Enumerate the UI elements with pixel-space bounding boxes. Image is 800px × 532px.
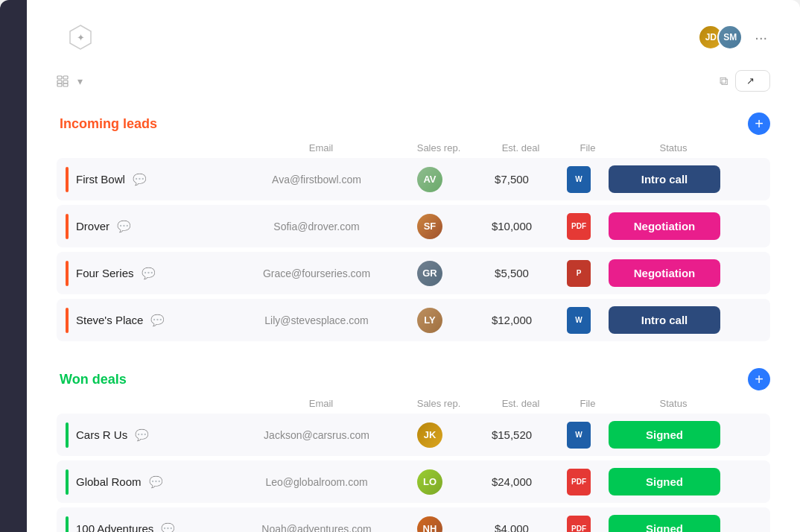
- file-badge[interactable]: PDF: [567, 516, 591, 533]
- row-file-cell: W: [553, 307, 605, 334]
- table-row[interactable]: Steve's Place💬Lily@stevesplace.comLY$12,…: [57, 299, 770, 341]
- row-email-cell: Ava@firstbowl.com: [244, 174, 389, 186]
- column-header: Sales rep.: [398, 398, 480, 409]
- rep-avatar: GR: [417, 261, 442, 286]
- page-header: ✦ JD SM ···: [57, 22, 770, 52]
- file-badge[interactable]: PDF: [567, 469, 591, 495]
- row-deal-cell: $4,000: [471, 522, 553, 532]
- row-name-cell: Steve's Place💬: [66, 308, 244, 333]
- status-badge[interactable]: Signed: [609, 515, 720, 532]
- more-options-button[interactable]: ···: [752, 26, 770, 49]
- table-row[interactable]: Four Series💬Grace@fourseries.comGR$5,500…: [57, 252, 770, 294]
- row-rep-cell: SF: [389, 214, 471, 239]
- status-badge[interactable]: Signed: [609, 421, 720, 449]
- chat-icon[interactable]: 💬: [117, 220, 131, 233]
- row-name-cell: Drover💬: [66, 214, 244, 239]
- company-name: Global Room: [76, 475, 142, 488]
- column-header: Status: [614, 398, 733, 409]
- chat-icon[interactable]: 💬: [150, 314, 165, 327]
- status-bar: [66, 214, 69, 239]
- column-header: Email: [244, 142, 398, 153]
- row-deal-cell: $5,500: [471, 267, 553, 279]
- section-header-row: Won deals+: [57, 368, 770, 390]
- row-deal-cell: $7,500: [471, 173, 553, 186]
- table-row[interactable]: Cars R Us💬Jackson@carsrus.comJK$15,520WS…: [57, 414, 770, 456]
- row-file-cell: W: [553, 166, 605, 193]
- file-badge[interactable]: W: [567, 166, 591, 193]
- add-row-button[interactable]: +: [748, 113, 770, 135]
- row-email-cell: Leo@globalroom.com: [244, 476, 389, 488]
- company-name: First Bowl: [76, 173, 125, 186]
- row-name-cell: Four Series💬: [66, 261, 244, 286]
- table-row[interactable]: Drover💬Sofia@drover.comSF$10,000PDFNegot…: [57, 205, 770, 247]
- row-deal-cell: $12,000: [471, 314, 553, 326]
- rep-avatar: AV: [417, 167, 442, 192]
- section-title: Won deals: [60, 372, 127, 387]
- row-name-cell: 100 Adventures💬: [66, 516, 244, 533]
- table-row[interactable]: First Bowl💬Ava@firstbowl.comAV$7,500WInt…: [57, 158, 770, 200]
- file-badge[interactable]: PDF: [567, 213, 591, 240]
- column-header: File: [562, 142, 614, 153]
- row-rep-cell: NH: [389, 516, 471, 533]
- file-badge[interactable]: W: [567, 422, 591, 449]
- chat-icon[interactable]: 💬: [135, 428, 149, 442]
- status-badge[interactable]: Negotiation: [609, 259, 720, 287]
- table-icon: [57, 75, 69, 87]
- row-deal-cell: $10,000: [471, 220, 553, 232]
- svg-rect-3: [63, 76, 68, 79]
- company-name: Cars R Us: [76, 428, 127, 441]
- column-header: Est. deal: [480, 398, 562, 409]
- rep-avatar: LY: [417, 308, 442, 333]
- status-bar: [66, 167, 69, 192]
- status-badge[interactable]: Negotiation: [609, 212, 720, 240]
- row-deal-cell: $24,000: [471, 475, 553, 488]
- row-name-cell: Cars R Us💬: [66, 422, 244, 448]
- status-bar: [66, 516, 69, 533]
- column-header: Status: [614, 142, 733, 153]
- company-name: Steve's Place: [76, 314, 143, 326]
- add-row-button[interactable]: +: [748, 368, 770, 390]
- chat-icon[interactable]: 💬: [133, 173, 147, 186]
- table-body: First Bowl💬Ava@firstbowl.comAV$7,500WInt…: [57, 158, 770, 341]
- row-status-cell: Intro call: [605, 165, 724, 193]
- chat-icon[interactable]: 💬: [161, 522, 175, 533]
- row-rep-cell: AV: [389, 167, 471, 192]
- sections-container: Incoming leads+EmailSales rep.Est. dealF…: [57, 113, 770, 532]
- row-email-cell: Grace@fourseries.com: [244, 267, 389, 279]
- table-row[interactable]: Global Room💬Leo@globalroom.comLO$24,000P…: [57, 460, 770, 503]
- row-email-cell: Lily@stevesplace.com: [244, 314, 389, 326]
- chat-icon[interactable]: 💬: [142, 267, 156, 280]
- table-row[interactable]: 100 Adventures💬Noah@adventures.comNH$4,0…: [57, 507, 770, 532]
- rep-avatar: JK: [417, 422, 442, 448]
- app-window: ✦ JD SM ···: [0, 0, 800, 532]
- section-won: Won deals+EmailSales rep.Est. dealFileSt…: [57, 368, 770, 532]
- row-rep-cell: JK: [389, 422, 471, 448]
- rep-avatar: NH: [417, 516, 442, 533]
- status-badge[interactable]: Intro call: [609, 165, 720, 193]
- filter-icon: ⧉: [720, 75, 728, 88]
- file-badge[interactable]: W: [567, 307, 591, 334]
- row-status-cell: Signed: [605, 515, 724, 532]
- share-button[interactable]: ↗: [735, 70, 770, 92]
- status-bar: [66, 422, 69, 448]
- chat-icon[interactable]: 💬: [149, 475, 163, 489]
- hex-icon: ✦: [66, 22, 95, 52]
- status-bar: [66, 469, 69, 495]
- status-badge[interactable]: Signed: [609, 468, 720, 495]
- row-file-cell: W: [553, 422, 605, 449]
- column-headers: EmailSales rep.Est. dealFileStatus: [57, 142, 770, 158]
- status-badge[interactable]: Intro call: [609, 306, 720, 334]
- row-email-cell: Jackson@carsrus.com: [244, 429, 389, 441]
- section-incoming: Incoming leads+EmailSales rep.Est. dealF…: [57, 113, 770, 341]
- share-icon: ↗: [746, 75, 755, 86]
- view-switcher[interactable]: ▾: [57, 75, 83, 87]
- row-file-cell: PDF: [553, 516, 605, 533]
- company-name: Drover: [76, 220, 109, 232]
- row-status-cell: Intro call: [605, 306, 724, 334]
- row-deal-cell: $15,520: [471, 428, 553, 441]
- row-name-cell: Global Room💬: [66, 469, 244, 495]
- file-badge[interactable]: P: [567, 260, 591, 287]
- rep-avatar: SF: [417, 214, 442, 239]
- row-rep-cell: GR: [389, 261, 471, 286]
- row-file-cell: P: [553, 260, 605, 287]
